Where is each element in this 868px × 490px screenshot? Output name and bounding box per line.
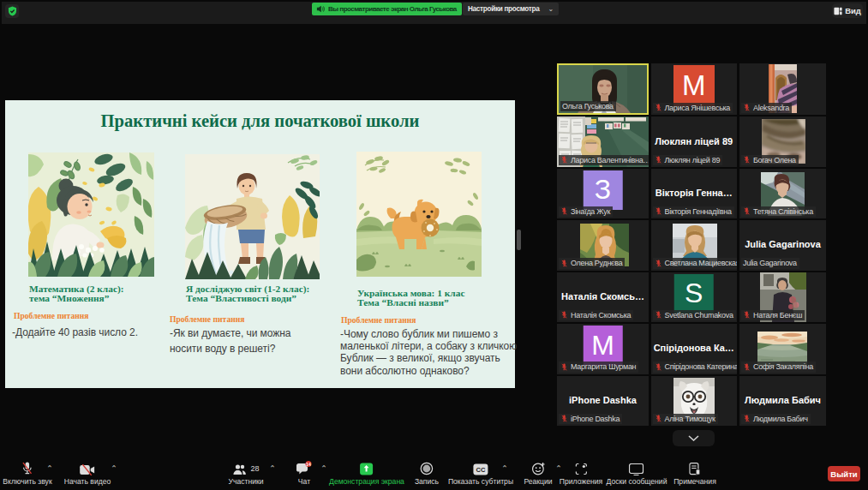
svg-text:CC: CC (476, 466, 486, 474)
svg-text:14: 14 (306, 462, 311, 467)
